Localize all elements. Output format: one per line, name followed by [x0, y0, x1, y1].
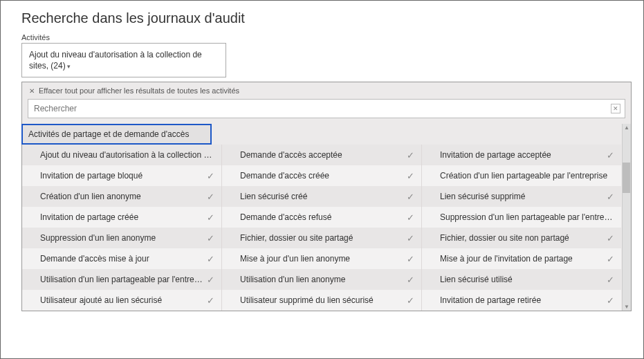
activities-selector[interactable]: Ajout du niveau d'autorisation à la coll… — [21, 43, 226, 77]
clear-all-label: Effacer tout pour afficher les résultats… — [39, 86, 239, 95]
activity-item-label: Ajout du niveau d'autorisation à la coll… — [40, 150, 214, 160]
activity-item[interactable]: Suppression d'un lien anonyme✓ — [22, 228, 222, 248]
activity-row: Invitation de partage bloqué✓Demande d'a… — [22, 165, 621, 186]
activity-item-label: Création d'un lien partageable par l'ent… — [440, 171, 607, 181]
activity-item-label: Invitation de partage acceptée — [440, 150, 551, 160]
check-icon: ✓ — [607, 150, 614, 160]
check-icon: ✓ — [407, 275, 414, 285]
activity-row: Demande d'accès mise à jour✓Mise à jour … — [22, 248, 621, 269]
activity-item[interactable]: Invitation de partage retirée✓ — [422, 290, 621, 311]
activity-row: Suppression d'un lien anonyme✓Fichier, d… — [22, 228, 621, 248]
activity-item-label: Utilisation d'un lien partageable par l'… — [40, 275, 203, 284]
check-icon: ✓ — [207, 295, 214, 306]
check-icon: ✓ — [207, 192, 214, 202]
activity-item[interactable]: Invitation de partage bloqué✓ — [22, 165, 222, 186]
activities-field-label: Activités — [21, 33, 631, 42]
activity-item-label: Utilisateur ajouté au lien sécurisé — [40, 295, 162, 305]
search-input-wrap: ✕ — [28, 99, 625, 118]
check-icon: ✓ — [207, 233, 214, 243]
activity-item[interactable]: Invitation de partage créée✓ — [22, 207, 222, 228]
activity-item[interactable]: Lien sécurisé supprimé✓ — [422, 186, 621, 207]
activity-item-label: Invitation de partage créée — [40, 212, 138, 222]
activity-item-label: Mise à jour de l'invitation de partage — [440, 254, 573, 264]
activity-row: Utilisation d'un lien partageable par l'… — [22, 269, 621, 290]
activity-item-label: Lien sécurisé supprimé — [440, 192, 525, 201]
activity-item-label: Invitation de partage retirée — [440, 295, 541, 305]
activity-item[interactable]: Mise à jour de l'invitation de partage✓ — [422, 248, 621, 269]
activities-dropdown-panel: ✕ Effacer tout pour afficher les résulta… — [21, 82, 632, 311]
activity-item[interactable]: Création d'un lien partageable par l'ent… — [422, 165, 621, 186]
check-icon: ✓ — [607, 275, 614, 285]
activity-item[interactable]: Fichier, dossier ou site partagé✓ — [222, 228, 422, 248]
activity-row: Ajout du niveau d'autorisation à la coll… — [22, 145, 621, 165]
check-icon: ✓ — [207, 171, 214, 181]
activity-item-label: Demande d'accès créée — [240, 171, 329, 181]
chevron-down-icon: ▾ — [67, 63, 71, 70]
check-icon: ✓ — [207, 275, 214, 285]
activity-item[interactable]: Demande d'accès refusé✓ — [222, 207, 422, 228]
activity-item[interactable]: Fichier, dossier ou site non partagé✓ — [422, 228, 621, 248]
check-icon: ✓ — [607, 233, 614, 243]
search-input[interactable] — [28, 100, 625, 118]
activity-row: Invitation de partage créée✓Demande d'ac… — [22, 207, 621, 228]
activity-item-label: Invitation de partage bloqué — [40, 171, 142, 181]
activity-item-label: Création d'un lien anonyme — [40, 192, 141, 201]
activity-item-label: Demande d'accès acceptée — [240, 150, 342, 160]
check-icon: ✓ — [407, 212, 414, 223]
activity-item[interactable]: Utilisateur supprimé du lien sécurisé✓ — [222, 290, 422, 311]
activity-item[interactable]: Utilisation d'un lien partageable par l'… — [22, 269, 222, 290]
page-title: Recherche dans les journaux d'audit — [21, 10, 631, 26]
check-icon: ✓ — [207, 254, 214, 264]
check-icon: ✓ — [407, 233, 414, 243]
check-icon: ✓ — [607, 295, 614, 306]
category-header[interactable]: Activités de partage et de demande d'acc… — [21, 124, 212, 145]
activity-row: Création d'un lien anonyme✓Lien sécurisé… — [22, 186, 621, 207]
check-icon: ✓ — [607, 254, 614, 264]
activity-item[interactable]: Demande d'accès mise à jour✓ — [22, 248, 222, 269]
activity-item[interactable]: Demande d'accès acceptée✓ — [222, 145, 422, 165]
search-clear-icon[interactable]: ✕ — [611, 104, 620, 113]
check-icon: ✓ — [407, 150, 414, 160]
activity-item[interactable]: Suppression d'un lien partageable par l'… — [422, 207, 621, 228]
activity-item-label: Suppression d'un lien partageable par l'… — [440, 212, 614, 222]
scrollbar[interactable]: ▲ ▼ — [622, 124, 631, 311]
check-icon: ✓ — [607, 192, 614, 202]
activity-row: Utilisateur ajouté au lien sécurisé✓Util… — [22, 290, 621, 311]
clear-all-row[interactable]: ✕ Effacer tout pour afficher les résulta… — [22, 82, 631, 99]
activity-item-label: Fichier, dossier ou site partagé — [240, 233, 353, 243]
activity-item[interactable]: Demande d'accès créée✓ — [222, 165, 422, 186]
activity-item-label: Utilisateur supprimé du lien sécurisé — [240, 295, 374, 305]
activity-item-label: Demande d'accès mise à jour — [40, 254, 149, 264]
check-icon: ✓ — [407, 192, 414, 202]
activity-item[interactable]: Utilisation d'un lien anonyme✓ — [222, 269, 422, 290]
activity-item-label: Demande d'accès refusé — [240, 212, 331, 222]
check-icon: ✓ — [407, 254, 414, 264]
scroll-down-icon[interactable]: ▼ — [623, 304, 631, 310]
activity-item[interactable]: Mise à jour d'un lien anonyme✓ — [222, 248, 422, 269]
activities-selected-text: Ajout du niveau d'autorisation à la coll… — [29, 50, 202, 71]
check-icon: ✓ — [207, 212, 214, 223]
check-icon: ✓ — [407, 171, 414, 181]
activity-item[interactable]: Ajout du niveau d'autorisation à la coll… — [22, 145, 222, 165]
activity-item-label: Lien sécurisé créé — [240, 192, 307, 201]
activity-item[interactable]: Utilisateur ajouté au lien sécurisé✓ — [22, 290, 222, 311]
activity-item[interactable]: Création d'un lien anonyme✓ — [22, 186, 222, 207]
activity-item-label: Utilisation d'un lien anonyme — [240, 275, 345, 284]
activity-item-label: Mise à jour d'un lien anonyme — [240, 254, 350, 264]
activity-item-label: Fichier, dossier ou site non partagé — [440, 233, 569, 243]
activity-item[interactable]: Invitation de partage acceptée✓ — [422, 145, 621, 165]
scrollbar-thumb[interactable] — [623, 163, 630, 193]
activity-item-label: Suppression d'un lien anonyme — [40, 233, 156, 243]
activity-item[interactable]: Lien sécurisé créé✓ — [222, 186, 422, 207]
activity-item-label: Lien sécurisé utilisé — [440, 275, 513, 284]
close-icon[interactable]: ✕ — [29, 87, 35, 95]
scroll-up-icon[interactable]: ▲ — [623, 125, 631, 131]
activities-list: Activités de partage et de demande d'acc… — [22, 124, 631, 311]
activity-item[interactable]: Lien sécurisé utilisé✓ — [422, 269, 621, 290]
check-icon: ✓ — [407, 295, 414, 306]
